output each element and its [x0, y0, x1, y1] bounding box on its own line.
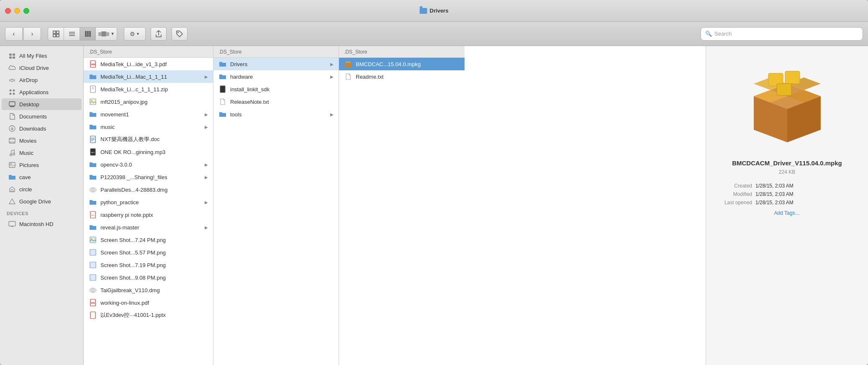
file-item[interactable]: MediaTek_Li...Mac_1_1_11 ▶	[84, 70, 213, 83]
file-name: Drivers	[230, 61, 330, 67]
file-item[interactable]: PDF working-on-linux.pdf	[84, 296, 213, 309]
music-icon	[8, 149, 16, 157]
view-controls: ▼	[48, 27, 117, 41]
sidebar-label: Desktop	[19, 101, 39, 108]
preview-filesize: 224 KB	[779, 169, 795, 175]
downloads-icon	[8, 125, 16, 132]
file-item[interactable]: TaiGjailbreak_V110.dmg	[84, 284, 213, 296]
sidebar-item-macintosh-hd[interactable]: Macintosh HD	[2, 218, 82, 230]
chevron-right-icon: ▶	[205, 162, 208, 167]
file-item-mpkg[interactable]: BMCDCAC...15.04.0.mpkg	[339, 58, 465, 70]
svg-rect-75	[349, 62, 350, 63]
minimize-button[interactable]	[14, 8, 20, 14]
file-item[interactable]: P1220398 _...Sharing!_files ▶	[84, 171, 213, 183]
column-3-header-text: .DS_Store	[344, 49, 460, 55]
sidebar-item-movies[interactable]: Movies	[2, 135, 82, 147]
file-item[interactable]: mft2015_anipov.jpg	[84, 95, 213, 108]
file-item[interactable]: install_linkit_sdk	[213, 83, 339, 95]
sidebar-item-pictures[interactable]: Pictures	[2, 159, 82, 171]
sidebar-item-music[interactable]: Music	[2, 147, 82, 159]
package-box-icon	[745, 63, 829, 147]
svg-rect-17	[13, 57, 15, 59]
file-name: ParallelsDes...4-28883.dmg	[100, 187, 208, 193]
file-item[interactable]: music ▶	[84, 121, 213, 133]
folder-icon	[218, 110, 227, 118]
file-item[interactable]: Screen Shot...5.57 PM.png	[84, 246, 213, 259]
file-item[interactable]: python_practice ▶	[84, 196, 213, 208]
column-view-icon	[85, 31, 91, 37]
preview-icon-container	[741, 59, 833, 151]
file-item[interactable]: movement1 ▶	[84, 108, 213, 121]
file-item[interactable]: PDF MediaTek_Li...ide_v1_3.pdf	[84, 58, 213, 70]
svg-text:MP3: MP3	[91, 152, 95, 154]
sidebar-item-cave[interactable]: cave	[2, 171, 82, 183]
coverflow-view-button[interactable]: ▼	[95, 27, 117, 41]
svg-rect-3	[56, 34, 59, 37]
title-folder-icon	[420, 8, 427, 14]
google-drive-icon	[8, 198, 16, 205]
svg-point-43	[11, 226, 13, 227]
svg-rect-1	[56, 31, 59, 33]
action-button[interactable]: ⚙ ▼	[124, 27, 146, 41]
sidebar-label: Downloads	[19, 126, 46, 132]
sidebar-item-airdrop[interactable]: AirDrop	[2, 74, 82, 86]
sidebar-item-circle[interactable]: circle	[2, 183, 82, 195]
sidebar-label: Applications	[19, 89, 49, 95]
file-item[interactable]: MediaTek_Li...c_1_1_11.zip	[84, 83, 213, 95]
chevron-right-icon: ▶	[205, 125, 208, 129]
file-name: mft2015_anipov.jpg	[100, 99, 208, 105]
folder-icon	[218, 72, 227, 81]
file-item[interactable]: ParallelsDes...4-28883.dmg	[84, 183, 213, 196]
modified-value: 1/28/15, 2:03 AM	[755, 191, 860, 197]
file-item[interactable]: tools ▶	[213, 108, 339, 121]
file-item[interactable]: ReleaseNote.txt	[213, 95, 339, 108]
dmg-icon	[89, 185, 97, 194]
file-item[interactable]: reveal.js-master ▶	[84, 221, 213, 234]
icon-view-button[interactable]	[48, 27, 64, 41]
sidebar-item-desktop[interactable]: Desktop	[2, 98, 82, 110]
sidebar-item-documents[interactable]: Documents	[2, 111, 82, 122]
airdrop-icon	[8, 76, 16, 84]
file-item[interactable]: Screen Shot...7.24 PM.png	[84, 234, 213, 246]
share-button[interactable]	[151, 27, 167, 41]
sidebar-item-applications[interactable]: Applications	[2, 86, 82, 98]
file-item[interactable]: opencv-3.0.0 ▶	[84, 158, 213, 171]
sidebar-item-downloads[interactable]: Downloads	[2, 123, 82, 134]
close-button[interactable]	[5, 8, 11, 14]
list-view-button[interactable]	[64, 27, 80, 41]
search-box[interactable]: 🔍 Search	[701, 27, 863, 41]
tag-button[interactable]	[172, 27, 187, 41]
file-item[interactable]: Readme.txt	[339, 70, 465, 83]
add-tags-button[interactable]: Add Tags…	[774, 210, 800, 216]
column-view-button[interactable]	[80, 27, 95, 41]
svg-text:PPT: PPT	[91, 214, 95, 216]
sidebar: All My Files iCloud Drive AirDrop Applic…	[0, 46, 84, 365]
list-view-icon	[69, 31, 75, 37]
back-button[interactable]: ‹	[5, 27, 23, 41]
file-item[interactable]: NXT樂高機器人教學.doc	[84, 133, 213, 146]
sidebar-item-icloud-drive[interactable]: iCloud Drive	[2, 62, 82, 74]
toolbar: ‹ ›	[0, 22, 868, 46]
column-1-header: .DS_Store	[84, 46, 213, 58]
file-item[interactable]: hardware ▶	[213, 70, 339, 83]
file-name: raspberry pi note.pptx	[100, 212, 208, 218]
sidebar-label: Documents	[19, 113, 47, 120]
file-icon	[218, 85, 227, 93]
file-item[interactable]: Screen Shot...7.19 PM.png	[84, 259, 213, 271]
maximize-button[interactable]	[23, 8, 29, 14]
file-item[interactable]: 以Ev3dev控···41001-1.pptx	[84, 309, 213, 321]
sidebar-label: Movies	[19, 138, 36, 144]
file-item[interactable]: Drivers ▶	[213, 58, 339, 70]
sidebar-label: Google Drive	[19, 198, 51, 205]
sidebar-item-google-drive[interactable]: Google Drive	[2, 195, 82, 207]
file-item[interactable]: MP3 ONE OK RO...ginning.mp3	[84, 146, 213, 158]
file-name: MediaTek_Li...c_1_1_11.zip	[100, 86, 208, 93]
file-item[interactable]: Screen Shot...9.08 PM.png	[84, 271, 213, 284]
preview-filename: BMCDCACM_Driver_V115.04.0.mpkg	[732, 159, 842, 167]
file-name: BMCDCAC...15.04.0.mpkg	[356, 61, 460, 67]
search-placeholder: Search	[714, 31, 732, 37]
file-item[interactable]: PPT raspberry pi note.pptx	[84, 208, 213, 221]
icon-view-icon	[53, 31, 59, 37]
forward-button[interactable]: ›	[23, 27, 41, 41]
sidebar-item-all-my-files[interactable]: All My Files	[2, 50, 82, 62]
